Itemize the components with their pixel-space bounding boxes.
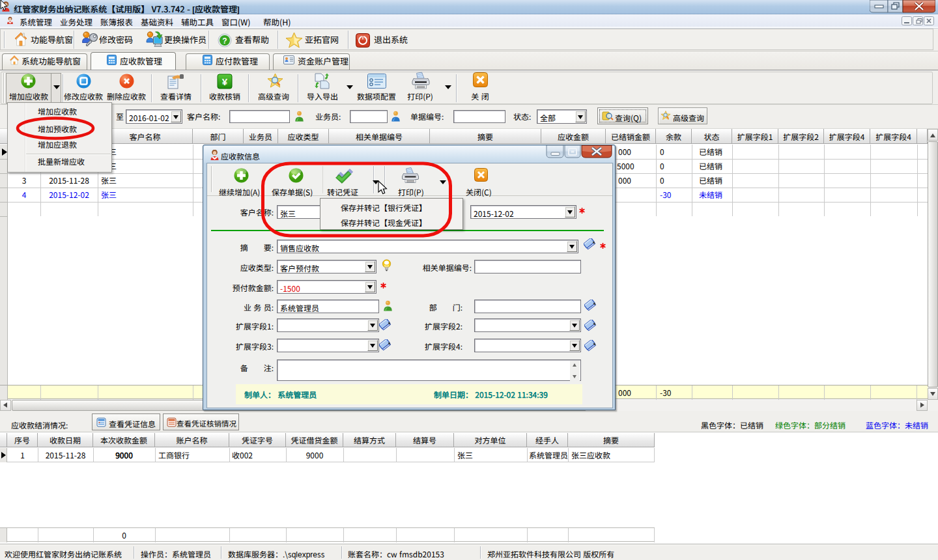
svg-text:?: ? [222,36,227,46]
svg-text:¥: ¥ [222,76,228,87]
